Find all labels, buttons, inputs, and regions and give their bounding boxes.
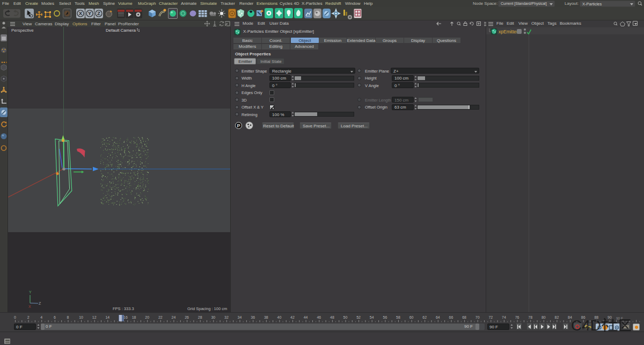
svg-text:X: X (28, 305, 31, 308)
svg-text:Z: Z (39, 301, 41, 305)
svg-text:P: P (237, 123, 240, 128)
svg-text:Y: Y (29, 290, 32, 294)
